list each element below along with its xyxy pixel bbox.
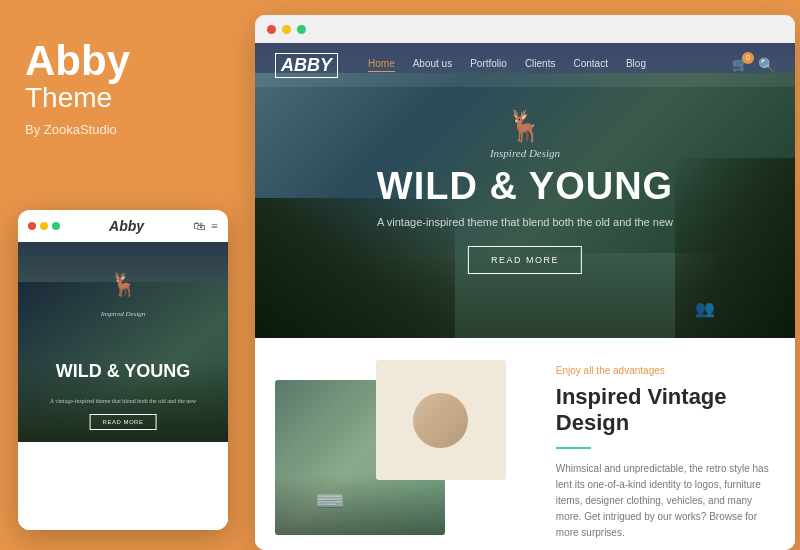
inspired-title-line2: Design xyxy=(556,410,629,435)
hero-deer-icon: 🦌 xyxy=(377,108,673,143)
hero-trees-right xyxy=(675,158,795,338)
mobile-titlebar: Abby 🛍 ≡ xyxy=(18,210,228,242)
desktop-nav: ABBY Home About us Portfolio Clients Con… xyxy=(255,43,795,87)
typewriter-icon: ⌨️ xyxy=(315,487,345,515)
mobile-cta-button[interactable]: READ MORE xyxy=(90,414,157,430)
inspired-divider xyxy=(556,447,591,450)
mobile-menu-icon: ≡ xyxy=(211,219,218,234)
desktop-titlebar xyxy=(255,15,795,43)
titlebar-dot-yellow[interactable] xyxy=(282,25,291,34)
accent-circle xyxy=(413,393,468,448)
accent-image xyxy=(376,360,506,480)
nav-logo: ABBY xyxy=(275,53,338,78)
nav-icons: 🛒 0 🔍 xyxy=(732,57,775,74)
mobile-logo: Abby xyxy=(109,218,144,234)
mobile-deer-icon: 🦌 xyxy=(110,272,137,298)
search-icon[interactable]: 🔍 xyxy=(758,57,775,74)
cart-badge: 0 xyxy=(742,52,754,64)
cart-icon[interactable]: 🛒 0 xyxy=(732,57,748,74)
titlebar-dot-green[interactable] xyxy=(297,25,306,34)
bottom-text-section: Enjoy all the advantages Inspired Vintag… xyxy=(536,340,795,550)
mobile-dots xyxy=(28,222,60,230)
mobile-mockup: Abby 🛍 ≡ 🦌 Inspired Design WILD & YOUNG … xyxy=(18,210,228,530)
mobile-hero-title: WILD & YOUNG xyxy=(56,361,191,382)
hero-subtitle: A vintage-inspired theme that blend both… xyxy=(377,216,673,228)
mobile-hero-desc: A vintage-inspired theme that blend both… xyxy=(26,398,220,404)
left-panel: Abby Theme By ZookaStudio Abby 🛍 ≡ 🦌 Ins… xyxy=(0,0,245,550)
mobile-nav-icons: 🛍 ≡ xyxy=(193,219,218,234)
nav-link-home[interactable]: Home xyxy=(368,58,395,72)
desktop-hero: 👥 ABBY Home About us Portfolio Clients C… xyxy=(255,43,795,338)
hero-title: WILD & YOUNG xyxy=(377,165,673,208)
inspired-title: Inspired Vintage Design xyxy=(556,384,775,437)
mobile-bottom-section xyxy=(18,442,228,530)
mobile-cart-icon: 🛍 xyxy=(193,219,205,234)
inspired-title-line1: Inspired Vintage xyxy=(556,384,727,409)
brand-by: By ZookaStudio xyxy=(25,122,220,137)
nav-links: Home About us Portfolio Clients Contact … xyxy=(368,58,732,72)
mobile-hero: 🦌 Inspired Design WILD & YOUNG A vintage… xyxy=(18,242,228,442)
hero-cta-button[interactable]: READ MORE xyxy=(468,246,582,274)
brand-subtitle: Theme xyxy=(25,82,220,114)
desktop-mockup: 👥 ABBY Home About us Portfolio Clients C… xyxy=(255,15,795,550)
mobile-dot-yellow xyxy=(40,222,48,230)
hero-people-silhouette: 👥 xyxy=(695,299,715,318)
brand-title: Abby xyxy=(25,40,220,82)
mobile-inspired-text: Inspired Design xyxy=(101,310,146,318)
hero-inspired-text: Inspired Design xyxy=(377,147,673,159)
nav-link-about[interactable]: About us xyxy=(413,58,452,72)
nav-link-clients[interactable]: Clients xyxy=(525,58,556,72)
enjoy-label: Enjoy all the advantages xyxy=(556,365,775,376)
hero-content: 🦌 Inspired Design WILD & YOUNG A vintage… xyxy=(377,108,673,274)
nav-link-portfolio[interactable]: Portfolio xyxy=(470,58,507,72)
titlebar-dot-red[interactable] xyxy=(267,25,276,34)
desktop-bottom: ⌨️ Enjoy all the advantages Inspired Vin… xyxy=(255,340,795,550)
inspired-description: Whimsical and unpredictable, the retro s… xyxy=(556,461,775,541)
mobile-dot-green xyxy=(52,222,60,230)
nav-link-blog[interactable]: Blog xyxy=(626,58,646,72)
bottom-images: ⌨️ xyxy=(255,340,536,550)
mobile-dot-red xyxy=(28,222,36,230)
nav-link-contact[interactable]: Contact xyxy=(573,58,607,72)
